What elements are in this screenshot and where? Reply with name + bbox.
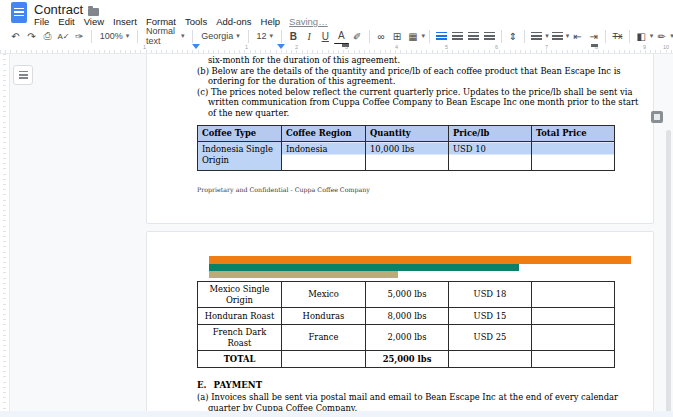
insert-link-icon[interactable]: ∞ — [374, 28, 389, 44]
paint-format-icon[interactable]: ✑ — [72, 28, 87, 44]
header-cell[interactable]: Quantity — [366, 126, 449, 142]
table-cell[interactable]: USD 18 — [449, 282, 532, 308]
font-select[interactable]: Georgia ▾ — [197, 28, 244, 44]
table-cell[interactable]: USD 10 — [449, 142, 532, 171]
align-left-button[interactable] — [434, 28, 449, 44]
decrease-indent-icon[interactable]: ⇤ — [570, 28, 585, 44]
header-cell[interactable]: Coffee Type — [198, 126, 282, 142]
align-center-button[interactable] — [450, 28, 465, 44]
table-cell[interactable]: 25,000 lbs — [366, 351, 449, 368]
highlight-color-button[interactable]: ✐ — [350, 28, 365, 44]
numbered-list-button[interactable] — [529, 28, 544, 44]
table-cell[interactable] — [282, 351, 366, 368]
menu-help[interactable]: Help — [261, 16, 281, 27]
toolbar-separator — [629, 30, 630, 43]
header-cell[interactable]: Coffee Region — [282, 126, 366, 142]
print-icon[interactable]: ⎙ — [40, 28, 55, 44]
table-column-marker[interactable] — [342, 44, 349, 47]
vertical-ruler[interactable] — [0, 54, 10, 417]
top-chrome: Contract File Edit View Insert Format To… — [0, 0, 673, 53]
menu-file[interactable]: File — [34, 16, 49, 27]
italic-button[interactable]: I — [302, 28, 317, 44]
chevron-down-icon[interactable]: ▾ — [650, 32, 654, 40]
indent-marker[interactable] — [192, 44, 200, 49]
doc-paragraph[interactable]: (c) The prices noted below reflect the c… — [197, 87, 643, 119]
chevron-down-icon[interactable]: ▾ — [422, 32, 426, 40]
menu-view[interactable]: View — [84, 16, 104, 27]
table-cell[interactable] — [449, 351, 532, 368]
table-cell[interactable]: Indonesia Single Origin — [198, 142, 282, 171]
menu-tools[interactable]: Tools — [185, 16, 207, 27]
menu-insert[interactable]: Insert — [113, 16, 137, 27]
align-left-icon — [436, 32, 447, 41]
document-title[interactable]: Contract — [34, 2, 83, 17]
menu-edit[interactable]: Edit — [58, 16, 74, 27]
clear-formatting-icon[interactable]: Tx — [610, 28, 625, 44]
table-cell[interactable]: 5,000 lbs — [366, 282, 449, 308]
zoom-select[interactable]: 100% ▾ — [96, 28, 134, 44]
line-spacing-icon[interactable]: ⇕ — [505, 28, 520, 44]
ruler-number: 1 — [245, 44, 248, 50]
table-cell[interactable] — [532, 308, 615, 325]
ruler-number: 1 — [143, 44, 146, 50]
table-cell[interactable] — [532, 142, 615, 171]
table-cell[interactable]: 10,000 lbs — [366, 142, 449, 171]
saving-status[interactable]: Saving… — [289, 16, 328, 27]
table-cell[interactable] — [532, 351, 615, 368]
outline-icon — [19, 71, 28, 79]
table-cell[interactable]: USD 25 — [449, 325, 532, 351]
table-cell[interactable] — [532, 325, 615, 351]
horizontal-ruler[interactable]: 1 1 2 3 4 5 6 7 8 9 10 — [0, 44, 673, 54]
border-color-icon[interactable]: ✏ — [654, 28, 669, 44]
page-1[interactable]: six-month for the duration of this agree… — [146, 52, 654, 224]
styles-select[interactable]: Normal text ▾ — [142, 28, 188, 44]
header-cell[interactable]: Price/lb — [449, 126, 532, 142]
spellcheck-icon[interactable]: A✓ — [56, 28, 71, 44]
chevron-down-icon[interactable]: ▾ — [566, 32, 570, 40]
table-cell[interactable]: Mexico — [282, 282, 366, 308]
table-cell[interactable]: TOTAL — [198, 351, 282, 368]
embedded-bar-chart[interactable] — [209, 256, 653, 278]
text-color-button[interactable]: A — [334, 27, 349, 45]
document-outline-button[interactable] — [13, 65, 33, 85]
table-row: Mexico Single Origin Mexico 5,000 lbs US… — [198, 282, 615, 308]
redo-icon[interactable]: ↷ — [24, 28, 39, 44]
bulleted-list-button[interactable] — [550, 28, 565, 44]
chart-bar-orange — [209, 256, 631, 264]
indent-marker[interactable] — [277, 44, 285, 49]
table-cell[interactable]: Honduran Roast — [198, 308, 282, 325]
toolbar-separator — [369, 30, 370, 43]
table-cell[interactable]: USD 15 — [449, 308, 532, 325]
menu-addons[interactable]: Add-ons — [216, 16, 251, 27]
undo-icon[interactable]: ↶ — [8, 28, 23, 44]
add-comment-icon[interactable]: ⊞ — [390, 28, 405, 44]
doc-paragraph[interactable]: six-month for the duration of this agree… — [197, 55, 643, 66]
table-cell[interactable] — [532, 282, 615, 308]
header-cell[interactable]: Total Price — [532, 126, 615, 142]
chevron-down-icon[interactable]: ▾ — [545, 32, 549, 40]
bold-button[interactable]: B — [286, 28, 301, 44]
vertical-scrollbar-thumb[interactable] — [666, 130, 671, 417]
table-cell[interactable]: French Dark Roast — [198, 325, 282, 351]
table-cell[interactable]: 8,000 lbs — [366, 308, 449, 325]
table-cell[interactable]: France — [282, 325, 366, 351]
table-column-marker[interactable] — [591, 44, 598, 47]
table-cell[interactable]: Indonesia — [282, 142, 366, 171]
font-size-select[interactable]: 12 ▾ — [253, 28, 278, 44]
align-right-button[interactable] — [466, 28, 481, 44]
table-cell[interactable]: 2,000 lbs — [366, 325, 449, 351]
page-footer-text[interactable]: Proprietary and Confidential - Cuppa Cof… — [197, 186, 653, 194]
page-2[interactable]: Mexico Single Origin Mexico 5,000 lbs US… — [146, 231, 654, 417]
move-to-folder-icon[interactable] — [88, 8, 99, 16]
table-cell[interactable]: Mexico Single Origin — [198, 282, 282, 308]
google-docs-logo-icon[interactable] — [11, 2, 27, 23]
table-cell[interactable]: Honduras — [282, 308, 366, 325]
fill-color-icon[interactable]: ◧ — [634, 28, 649, 44]
align-justify-button[interactable] — [482, 28, 497, 44]
underline-button[interactable]: U — [318, 28, 333, 44]
section-heading[interactable]: E.PAYMENT — [197, 380, 653, 391]
doc-paragraph[interactable]: (b) Below are the details of the quantit… — [197, 66, 643, 87]
increase-indent-icon[interactable]: ⇥ — [586, 28, 601, 44]
comment-indicator-icon[interactable] — [651, 111, 663, 123]
insert-image-icon[interactable]: ▦ — [406, 28, 421, 44]
